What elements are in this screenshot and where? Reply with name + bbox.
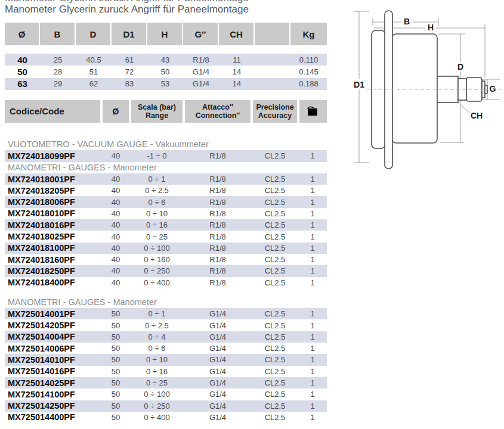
table-cell: 62 [76, 79, 112, 88]
cell-connection: G1/4 [184, 367, 252, 376]
table-row: MX725014400PF500 ÷ 400G1/4CL2.51 [5, 412, 327, 423]
cell-code: MX724018016PF [5, 220, 101, 230]
col-header-range: Scala (bar) Range [131, 100, 183, 123]
cell-qty: 1 [298, 367, 327, 376]
cell-qty: 1 [298, 220, 327, 229]
section-title: VUOTOMETRO - VACUUM GAUGE - Vakuummeter [5, 139, 327, 150]
cell-connection: R1/8 [184, 232, 252, 241]
cell-diameter: 40 [101, 198, 130, 207]
table-row: MX724018025PF400 ÷ 25R1/8CL2.51 [5, 231, 327, 242]
cell-code: MX725014205PF [5, 321, 101, 330]
col-header-connection: Attacco″ Connection″ [185, 100, 251, 123]
table-row: MX724018099PF40-1 ÷ 0R1/8CL2.51 [5, 150, 327, 161]
cell-diameter: 40 [101, 220, 130, 229]
col-header-package [299, 100, 327, 123]
table-cell: 50 [147, 67, 183, 76]
cell-qty: 1 [298, 209, 327, 218]
section-title: MANOMETRI - GAUGES - Manometer [5, 162, 327, 173]
cell-qty: 1 [298, 321, 327, 330]
cell-diameter: 50 [101, 413, 130, 422]
cell-code: MX724018025PF [5, 232, 101, 241]
table-row: MX725014250PF500 ÷ 250G1/4CL2.51 [5, 400, 327, 412]
cell-diameter: 50 [101, 378, 130, 387]
cell-code: MX725014004PF [5, 332, 101, 341]
table-cell: 25 [40, 55, 76, 64]
cell-connection: R1/8 [184, 198, 252, 207]
cell-connection: R1/8 [184, 220, 252, 229]
cell-code: MX724018250PF [5, 266, 101, 276]
cell-accuracy: CL2.5 [252, 255, 298, 264]
cell-code: MX724018205PF [5, 186, 101, 195]
table-row: MX725014025PF500 ÷ 25G1/4CL2.51 [5, 377, 327, 388]
section-title: MANOMETRI - GAUGES - Manometer [5, 297, 327, 308]
table-row: MX724018001PF400 ÷ 1R1/8CL2.51 [5, 173, 327, 185]
cell-code: MX725014016PF [5, 366, 101, 376]
table-row: MX724018006PF400 ÷ 6R1/8CL2.51 [5, 196, 327, 207]
dim-label-d: D [457, 62, 463, 72]
cell-accuracy: CL2.5 [252, 244, 298, 253]
cell-range: 0 ÷ 6 [130, 344, 184, 353]
cell-qty: 1 [298, 332, 327, 341]
dims-col-header: B [40, 23, 75, 45]
dims-col-header: D1 [112, 23, 146, 45]
cell-connection: R1/8 [184, 278, 252, 287]
table-cell: 43 [147, 55, 183, 64]
cell-accuracy: CL2.5 [252, 220, 298, 229]
table-cell: 29 [40, 79, 76, 88]
cell-range: -1 ÷ 0 [130, 151, 184, 160]
cell-accuracy: CL2.5 [252, 390, 298, 399]
dims-col-header: H [147, 23, 182, 45]
cell-qty: 1 [298, 344, 327, 353]
cell-qty: 1 [298, 413, 327, 422]
cell-diameter: 40 [101, 175, 130, 184]
dims-col-header [255, 23, 289, 45]
cell-range: 0 ÷ 25 [130, 378, 184, 387]
cell-qty: 1 [298, 244, 327, 253]
table-cell: 40 [5, 55, 40, 65]
table-row: MX724018400PF400 ÷ 400R1/8CL2.51 [5, 277, 327, 288]
cell-qty: 1 [298, 232, 327, 241]
cell-diameter: 40 [101, 232, 130, 241]
cell-code: MX725014100PF [5, 390, 101, 399]
products-table-body: VUOTOMETRO - VACUUM GAUGE - VakuummeterM… [5, 139, 327, 423]
table-row: MX725014004PF500 ÷ 4G1/4CL2.51 [5, 331, 327, 343]
cell-code: MX725014400PF [5, 412, 101, 422]
cell-qty: 1 [298, 378, 327, 387]
cell-diameter: 50 [101, 309, 130, 318]
dims-col-header: CH [219, 23, 253, 45]
table-row: MX725014205PF500 ÷ 2.5G1/4CL2.51 [5, 319, 327, 331]
cell-range: 0 ÷ 100 [130, 244, 184, 253]
cell-connection: R1/8 [184, 175, 252, 184]
cell-qty: 1 [298, 309, 327, 318]
cell-connection: G1/4 [184, 355, 252, 364]
cell-accuracy: CL2.5 [252, 367, 298, 376]
col-header-accuracy-line2: Accuracy [258, 111, 292, 120]
col-header-code: Codice/Code [5, 100, 100, 123]
table-cell: R1/8 [183, 55, 219, 64]
cell-diameter: 50 [101, 390, 130, 399]
cell-code: MX724018001PF [5, 175, 101, 184]
col-header-accuracy-line1: Precisione [256, 103, 293, 111]
cell-qty: 1 [298, 151, 327, 160]
cell-range: 0 ÷ 160 [130, 255, 184, 264]
cell-connection: G1/4 [184, 309, 252, 318]
table-row: 402540.56143R1/8110.110 [5, 54, 327, 66]
table-row: MX724018205PF400 ÷ 2.5R1/8CL2.51 [5, 185, 327, 196]
cell-range: 0 ÷ 25 [130, 232, 184, 241]
dimensions-table-header: ØBDD1HG″CHKg [5, 23, 327, 45]
dimensions-table-rows: 402540.56143R1/8110.1105028517250G1/4140… [5, 54, 327, 90]
cell-range: 0 ÷ 400 [130, 413, 184, 422]
cell-diameter: 50 [101, 402, 130, 411]
cell-qty: 1 [298, 278, 327, 287]
dims-col-header: Kg [290, 23, 327, 45]
section-spacer [5, 288, 327, 297]
cell-connection: G1/4 [184, 378, 252, 387]
table-cell: 63 [5, 79, 40, 89]
cell-accuracy: CL2.5 [252, 186, 298, 195]
table-row: MX724018016PF400 ÷ 16R1/8CL2.51 [5, 219, 327, 231]
table-cell: G1/4 [183, 67, 219, 76]
cell-qty: 1 [298, 186, 327, 195]
table-row: 6329628353G1/4140.188 [5, 78, 327, 90]
cell-accuracy: CL2.5 [252, 402, 298, 411]
dim-label-h: H [428, 23, 434, 32]
